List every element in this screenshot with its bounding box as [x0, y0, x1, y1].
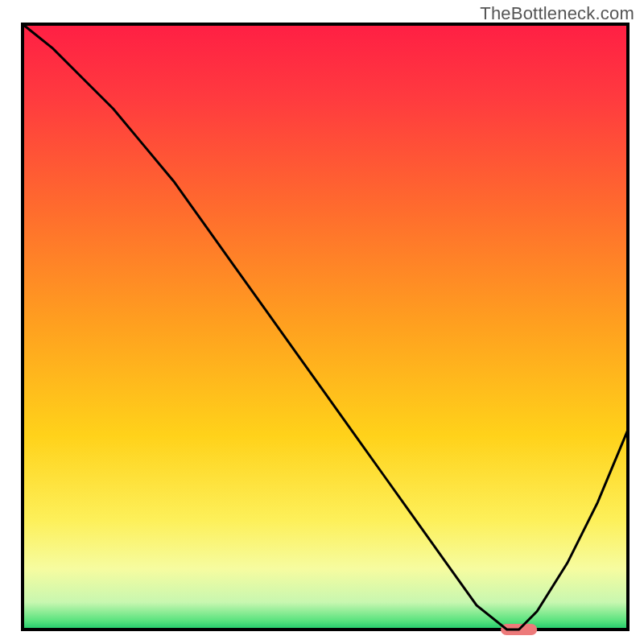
- bottleneck-chart: [0, 0, 644, 644]
- watermark-label: TheBottleneck.com: [480, 3, 634, 24]
- chart-container: TheBottleneck.com: [0, 0, 644, 644]
- plot-background: [23, 24, 628, 630]
